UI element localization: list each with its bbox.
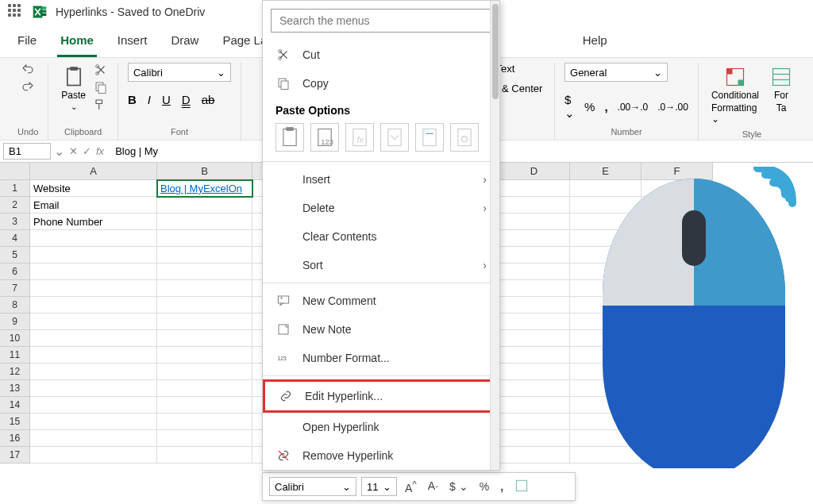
redo-icon[interactable] — [21, 80, 35, 94]
cell[interactable]: Email — [30, 197, 157, 214]
percent-button[interactable]: % — [584, 100, 595, 113]
cell[interactable] — [30, 380, 157, 397]
cell[interactable] — [30, 447, 157, 464]
menu-insert[interactable]: Insert › — [263, 165, 499, 194]
menu-cut[interactable]: Cut — [263, 40, 499, 69]
app-launcher-icon[interactable] — [8, 4, 24, 20]
mini-currency-button[interactable]: $ ⌄ — [446, 480, 472, 493]
tab-insert[interactable]: Insert — [114, 30, 151, 57]
format-table-button[interactable]: For Ta — [767, 63, 796, 117]
format-painter-icon[interactable] — [94, 98, 108, 112]
cell[interactable] — [499, 214, 570, 230]
cell[interactable] — [157, 197, 252, 214]
row-header[interactable]: 14 — [0, 397, 30, 414]
menu-clear-contents[interactable]: Clear Contents — [263, 222, 499, 251]
row-header[interactable]: 17 — [0, 447, 30, 464]
comma-button[interactable]: , — [604, 100, 607, 113]
cell[interactable] — [157, 380, 252, 397]
cell[interactable] — [30, 230, 157, 247]
cell[interactable] — [30, 280, 157, 297]
menu-open-hyperlink[interactable]: Open Hyperlink — [263, 413, 499, 441]
col-header-B[interactable]: B — [157, 163, 252, 180]
row-header[interactable]: 6 — [0, 264, 30, 280]
mini-decrease-font-icon[interactable]: Aˇ — [425, 479, 441, 494]
menu-new-note[interactable]: New Note — [263, 315, 499, 344]
row-header[interactable]: 12 — [0, 364, 30, 380]
formula-content[interactable]: Blog | My — [109, 145, 164, 157]
cell[interactable]: Phone Number — [30, 214, 157, 230]
mini-percent-button[interactable]: % — [476, 480, 492, 493]
mini-font-select[interactable]: Calibri⌄ — [269, 477, 356, 496]
cell[interactable] — [157, 314, 252, 330]
cell[interactable] — [157, 297, 252, 314]
cell[interactable] — [157, 247, 252, 264]
cut-icon[interactable] — [94, 63, 108, 77]
bold-button[interactable]: B — [128, 93, 137, 106]
double-underline-button[interactable]: D — [182, 93, 191, 106]
mini-size-select[interactable]: 11⌄ — [361, 477, 397, 496]
cell[interactable] — [30, 397, 157, 414]
menu-sort[interactable]: Sort › — [263, 251, 499, 279]
cell[interactable] — [30, 264, 157, 280]
cell[interactable] — [30, 364, 157, 380]
mini-format-icon[interactable] — [511, 479, 532, 495]
row-header[interactable]: 13 — [0, 380, 30, 397]
col-header-A[interactable]: A — [30, 163, 157, 180]
copy-icon[interactable] — [94, 80, 108, 94]
row-header[interactable]: 10 — [0, 330, 30, 347]
row-header[interactable]: 2 — [0, 197, 30, 214]
paste-option-default[interactable] — [275, 123, 304, 152]
cell[interactable] — [30, 297, 157, 314]
col-header-D[interactable]: D — [499, 163, 570, 180]
underline-button[interactable]: U — [162, 93, 171, 106]
row-header[interactable]: 3 — [0, 214, 30, 230]
row-header[interactable]: 5 — [0, 247, 30, 264]
row-header[interactable]: 1 — [0, 180, 30, 197]
search-menus-input[interactable] — [271, 9, 491, 33]
font-name-select[interactable]: Calibri⌄ — [128, 63, 231, 82]
cell[interactable] — [157, 330, 252, 347]
cell[interactable] — [157, 364, 252, 380]
menu-edit-hyperlink[interactable]: Edit Hyperlink... — [263, 379, 499, 413]
cell[interactable] — [30, 347, 157, 364]
undo-icon[interactable] — [21, 63, 35, 77]
tab-file[interactable]: File — [14, 30, 40, 57]
row-header[interactable]: 16 — [0, 430, 30, 447]
increase-decimal-icon[interactable]: .00→.0 — [618, 102, 649, 113]
row-header[interactable]: 7 — [0, 280, 30, 297]
tab-help[interactable]: Help — [580, 30, 611, 57]
row-header[interactable]: 8 — [0, 297, 30, 314]
cell[interactable] — [499, 364, 570, 380]
cell[interactable] — [499, 347, 570, 364]
cell[interactable] — [499, 297, 570, 314]
mini-comma-button[interactable]: , — [497, 480, 507, 493]
cell[interactable] — [499, 247, 570, 264]
cell[interactable] — [499, 197, 570, 214]
cell[interactable] — [157, 347, 252, 364]
number-format-select[interactable]: General⌄ — [564, 63, 668, 82]
paste-option-formatting[interactable] — [415, 123, 444, 152]
cell[interactable] — [157, 447, 252, 464]
cell[interactable] — [30, 314, 157, 330]
cell[interactable] — [30, 430, 157, 447]
decrease-decimal-icon[interactable]: .0→.00 — [657, 102, 688, 113]
menu-new-comment[interactable]: + New Comment — [263, 287, 499, 315]
cell[interactable]: Blog | MyExcelOn — [157, 180, 252, 197]
cell[interactable] — [30, 414, 157, 430]
paste-option-formulas[interactable]: fx — [345, 123, 374, 152]
cell[interactable] — [499, 380, 570, 397]
italic-button[interactable]: I — [148, 93, 151, 106]
currency-button[interactable]: $ ⌄ — [564, 93, 575, 121]
cancel-formula-icon[interactable]: ✕ — [69, 145, 78, 157]
select-all-button[interactable] — [0, 163, 30, 180]
paste-option-link[interactable] — [450, 123, 479, 152]
cell[interactable] — [499, 414, 570, 430]
cell[interactable] — [499, 397, 570, 414]
menu-delete[interactable]: Delete › — [263, 194, 499, 222]
cell[interactable] — [499, 330, 570, 347]
strikethrough-button[interactable]: ab — [202, 93, 215, 106]
cell[interactable] — [499, 180, 570, 197]
cell[interactable]: Website — [30, 180, 157, 197]
cell[interactable] — [499, 430, 570, 447]
name-box[interactable]: B1 — [3, 143, 51, 160]
